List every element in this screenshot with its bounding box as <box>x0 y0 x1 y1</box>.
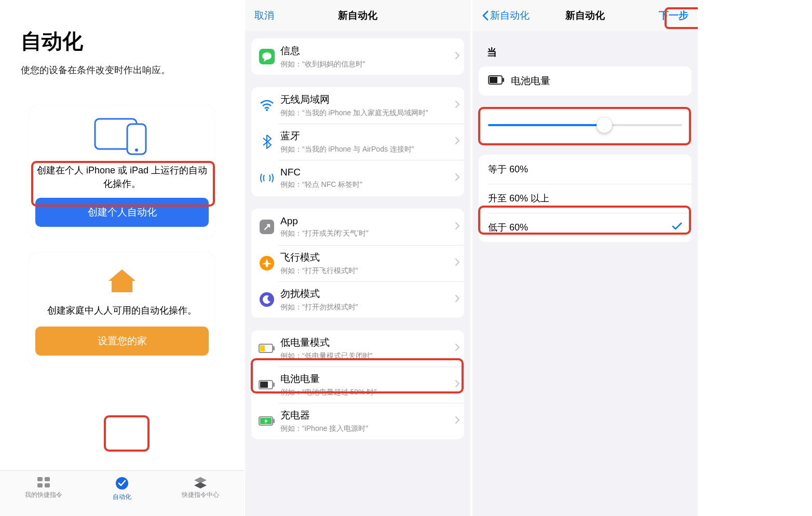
home-automation-card: 创建家庭中人人可用的自动化操作。 设置您的家 <box>29 253 215 367</box>
chevron-right-icon <box>455 343 460 354</box>
svg-rect-18 <box>273 383 275 387</box>
clock-check-icon <box>115 476 129 491</box>
trigger-battery-level[interactable]: 电池电量 例如：“电池电量超过 50% 时” <box>251 366 464 403</box>
battery-percent-slider[interactable] <box>479 108 692 142</box>
chevron-right-icon <box>455 379 460 390</box>
personal-automation-card: 创建在个人 iPhone 或 iPad 上运行的自动化操作。 创建个人自动化 <box>29 105 215 238</box>
row-title: 充电器 <box>280 409 455 422</box>
home-icon <box>106 267 138 296</box>
row-subtitle: 例如：“打开飞行模式时” <box>280 266 455 276</box>
tab-automation[interactable]: 自动化 <box>113 476 131 501</box>
selected-trigger-row: 电池电量 <box>479 66 692 96</box>
trigger-low-power-mode[interactable]: 低电量模式 例如：“低电量模式已关闭时” <box>251 330 464 366</box>
nav-bar: 新自动化 新自动化 下一步 <box>472 0 698 31</box>
screen-new-automation-triggers: 取消 新自动化 信息 例如：“收到妈妈的信息时” 无线局域网 <box>245 0 470 516</box>
trigger-airplane-mode[interactable]: 飞行模式 例如：“打开飞行模式时” <box>251 245 464 281</box>
personal-automation-description: 创建在个人 iPhone 或 iPad 上运行的自动化操作。 <box>35 164 209 191</box>
svg-rect-15 <box>273 346 275 350</box>
trigger-bluetooth[interactable]: 蓝牙 例如：“当我的 iPhone 与 AirPods 连接时” <box>251 124 464 160</box>
row-subtitle: 例如：“电池电量超过 50% 时” <box>280 388 455 397</box>
row-title: 低电量模式 <box>280 336 455 349</box>
battery-icon <box>488 75 505 87</box>
row-subtitle: 例如：“打开或关闭‘天气’时” <box>280 229 455 238</box>
devices-icon <box>91 115 153 156</box>
svg-rect-6 <box>45 483 50 487</box>
battery-low-icon <box>258 339 276 358</box>
row-subtitle: 例如：“轻点 NFC 标签时” <box>280 180 455 189</box>
page-title: 自动化 <box>21 27 244 56</box>
app-icon <box>258 218 276 236</box>
slider-thumb[interactable] <box>597 117 612 133</box>
checkmark-icon <box>672 222 682 233</box>
svg-rect-21 <box>273 419 275 423</box>
row-subtitle: 例如：“打开勿扰模式时” <box>280 303 455 312</box>
stack-icon <box>193 476 208 488</box>
condition-label: 等于 60% <box>488 163 682 175</box>
tab-bar: 我的快捷指令 自动化 快捷指令中心 <box>0 470 244 516</box>
chevron-right-icon <box>455 258 460 268</box>
svg-rect-4 <box>45 477 50 481</box>
svg-rect-3 <box>37 477 43 481</box>
condition-equals[interactable]: 等于 60% <box>479 155 692 184</box>
svg-rect-5 <box>37 483 43 487</box>
tab-gallery[interactable]: 快捷指令中心 <box>182 476 219 499</box>
tab-label: 快捷指令中心 <box>182 491 219 499</box>
condition-falls-below[interactable]: 低于 60% <box>479 213 692 242</box>
row-subtitle: 例如：“收到妈妈的信息时” <box>280 60 455 69</box>
screen-battery-level-config: 新自动化 新自动化 下一步 当 电池电量 等于 60% 升至 60% <box>472 0 698 516</box>
trigger-nfc[interactable]: NFC 例如：“轻点 NFC 标签时” <box>251 160 464 196</box>
screen-automation-home: 自动化 使您的设备在条件改变时作出响应。 创建在个人 iPhone 或 iPad… <box>0 0 244 516</box>
selected-trigger-label: 电池电量 <box>511 74 550 88</box>
row-subtitle: 例如：“当我的 iPhone 加入家庭无线局域网时” <box>280 108 455 118</box>
chevron-right-icon <box>455 416 460 426</box>
battery-icon <box>258 375 276 394</box>
airplane-icon <box>258 254 276 273</box>
chevron-left-icon <box>482 10 489 21</box>
trigger-app[interactable]: App 例如：“打开或关闭‘天气’时” <box>251 209 464 245</box>
grid-icon <box>36 476 51 488</box>
condition-rises-above[interactable]: 升至 60% 以上 <box>479 184 692 213</box>
chevron-right-icon <box>455 51 460 62</box>
row-title: 飞行模式 <box>280 251 455 264</box>
chevron-right-icon <box>455 222 460 232</box>
trigger-wifi[interactable]: 无线局域网 例如：“当我的 iPhone 加入家庭无线局域网时” <box>251 87 464 124</box>
wifi-icon <box>258 96 276 115</box>
row-title: 蓝牙 <box>280 129 455 143</box>
svg-rect-16 <box>260 345 265 351</box>
nfc-icon <box>258 169 276 187</box>
trigger-charger[interactable]: 充电器 例如：“iPhone 接入电源时” <box>251 403 464 439</box>
chevron-right-icon <box>455 173 460 183</box>
bluetooth-icon <box>258 132 276 151</box>
section-when-label: 当 <box>487 46 698 59</box>
row-subtitle: 例如：“当我的 iPhone 与 AirPods 连接时” <box>280 145 455 154</box>
svg-rect-25 <box>490 77 497 83</box>
row-title: 无线局域网 <box>280 93 455 106</box>
trigger-messages[interactable]: 信息 例如：“收到妈妈的信息时” <box>251 38 464 75</box>
home-automation-description: 创建家庭中人人可用的自动化操作。 <box>47 304 197 317</box>
svg-point-2 <box>135 148 138 152</box>
svg-rect-19 <box>260 382 268 388</box>
next-button[interactable]: 下一步 <box>659 9 688 22</box>
back-button[interactable]: 新自动化 <box>482 9 530 22</box>
svg-point-10 <box>266 109 268 111</box>
chevron-right-icon <box>455 100 460 111</box>
row-title: 勿扰模式 <box>280 287 455 301</box>
row-title: App <box>280 215 455 227</box>
cancel-button[interactable]: 取消 <box>254 9 274 22</box>
row-title: NFC <box>280 167 455 178</box>
create-personal-automation-button[interactable]: 创建个人自动化 <box>35 198 209 227</box>
highlight-automation-tab <box>104 415 150 452</box>
tab-label: 自动化 <box>113 493 131 501</box>
row-title: 电池电量 <box>280 372 455 386</box>
setup-home-button[interactable]: 设置您的家 <box>35 327 209 356</box>
chevron-right-icon <box>455 137 460 147</box>
tab-label: 我的快捷指令 <box>25 491 62 499</box>
slider-fill <box>488 124 604 126</box>
trigger-do-not-disturb[interactable]: 勿扰模式 例如：“打开勿扰模式时” <box>251 281 464 318</box>
tab-my-shortcuts[interactable]: 我的快捷指令 <box>25 476 62 499</box>
row-subtitle: 例如：“iPhone 接入电源时” <box>280 424 455 433</box>
condition-label: 低于 60% <box>488 221 672 234</box>
moon-icon <box>258 290 276 309</box>
svg-point-9 <box>262 52 272 60</box>
row-title: 信息 <box>280 44 455 58</box>
